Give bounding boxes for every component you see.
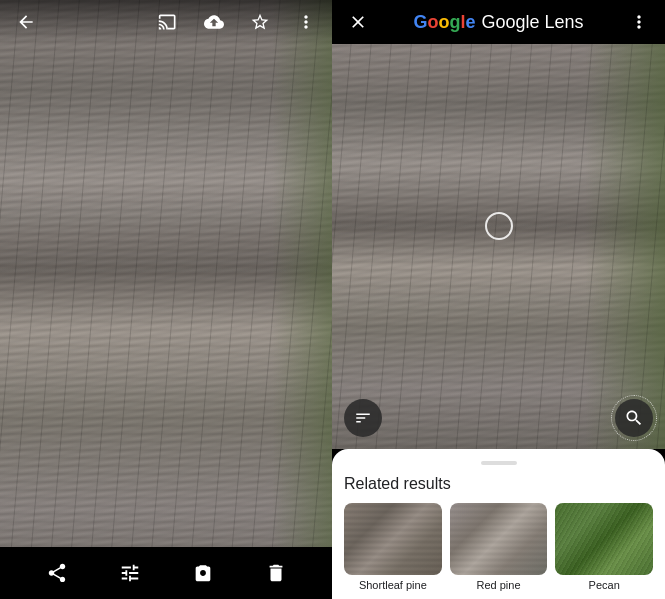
top-bar xyxy=(0,0,332,44)
result-thumb-pecan xyxy=(555,503,653,575)
cloud-upload-button[interactable] xyxy=(200,8,228,36)
share-button[interactable] xyxy=(39,555,75,591)
result-label-pecan: Pecan xyxy=(589,579,620,599)
left-photo-panel xyxy=(0,0,332,599)
lens-title: Google Google Lens xyxy=(413,12,583,33)
lens-photo xyxy=(332,44,665,449)
results-title: Related results xyxy=(344,475,653,493)
lens-close-button[interactable] xyxy=(344,8,372,36)
result-label-red-pine: Red pine xyxy=(476,579,520,599)
selection-circle xyxy=(485,212,513,240)
result-thumb-shortleaf-pine xyxy=(344,503,442,575)
cast-button[interactable] xyxy=(154,8,182,36)
google-o2: o xyxy=(438,12,449,32)
camera-button[interactable] xyxy=(185,555,221,591)
top-bar-right xyxy=(154,8,320,36)
google-o1: o xyxy=(427,12,438,32)
google-g2: g xyxy=(449,12,460,32)
result-label-shortleaf-pine: Shortleaf pine xyxy=(359,579,427,599)
results-panel: Related results Shortleaf pine Red pine xyxy=(332,449,665,599)
google-g: G xyxy=(413,12,427,32)
lens-crack-lines xyxy=(332,44,665,449)
filter-button[interactable] xyxy=(344,399,382,437)
tune-button[interactable] xyxy=(112,555,148,591)
results-grid: Shortleaf pine Red pine Pecan xyxy=(344,503,653,599)
result-item-shortleaf-pine[interactable]: Shortleaf pine xyxy=(344,503,442,599)
result-item-red-pine[interactable]: Red pine xyxy=(450,503,548,599)
results-handle xyxy=(481,461,517,465)
result-item-pecan[interactable]: Pecan xyxy=(555,503,653,599)
right-lens-panel: Google Google Lens xyxy=(332,0,665,599)
crack-lines xyxy=(0,0,332,599)
star-button[interactable] xyxy=(246,8,274,36)
lens-word: Google Lens xyxy=(481,12,583,33)
lens-more-button[interactable] xyxy=(625,8,653,36)
google-e: e xyxy=(465,12,475,32)
lens-top-bar: Google Google Lens xyxy=(332,0,665,44)
top-bar-left xyxy=(12,8,40,36)
result-thumb-red-pine xyxy=(450,503,548,575)
more-vert-button[interactable] xyxy=(292,8,320,36)
bottom-bar xyxy=(0,547,332,599)
delete-button[interactable] xyxy=(258,555,294,591)
search-circle-button[interactable] xyxy=(615,399,653,437)
back-button[interactable] xyxy=(12,8,40,36)
